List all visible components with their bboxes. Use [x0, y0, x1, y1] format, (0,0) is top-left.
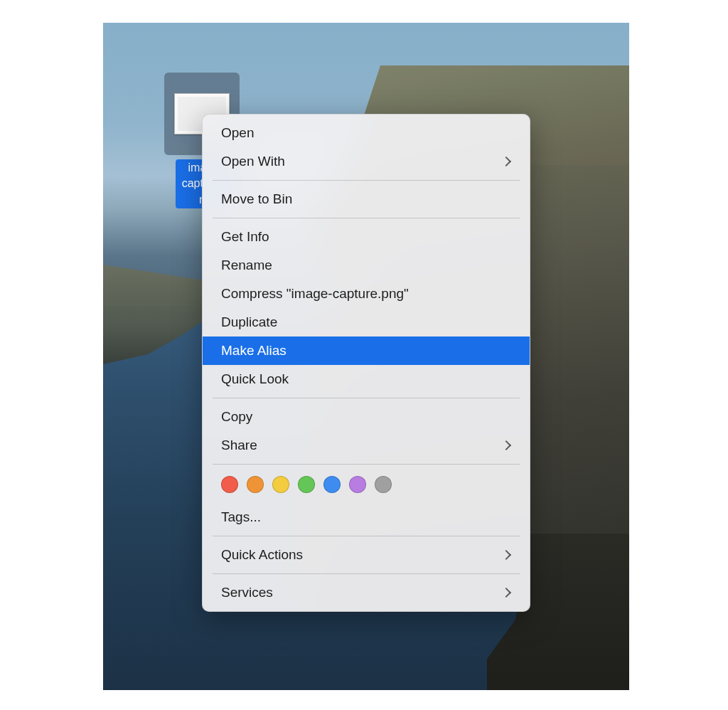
chevron-right-icon [501, 157, 511, 166]
menu-item-duplicate[interactable]: Duplicate [203, 308, 530, 337]
tag-orange[interactable] [247, 476, 264, 493]
tag-gray[interactable] [375, 476, 392, 493]
menu-label: Services [221, 585, 273, 600]
menu-item-copy[interactable]: Copy [203, 403, 530, 431]
menu-separator [213, 536, 520, 536]
menu-item-get-info[interactable]: Get Info [203, 223, 530, 251]
menu-label: Open With [221, 154, 285, 169]
menu-item-compress[interactable]: Compress "image-capture.png" [203, 280, 530, 308]
menu-item-share[interactable]: Share [203, 431, 530, 460]
menu-label: Duplicate [221, 314, 277, 330]
desktop-wallpaper: image-capture.png Open Open With Move to… [103, 23, 629, 690]
chevron-right-icon [501, 440, 511, 450]
chevron-right-icon [501, 588, 511, 598]
menu-label: Tags... [221, 509, 261, 525]
menu-item-make-alias[interactable]: Make Alias [203, 337, 530, 365]
menu-separator [213, 573, 520, 574]
menu-separator [213, 218, 520, 218]
menu-label: Compress "image-capture.png" [221, 286, 409, 302]
menu-item-open-with[interactable]: Open With [203, 147, 530, 176]
tag-red[interactable] [221, 476, 238, 493]
tag-yellow[interactable] [272, 476, 289, 493]
tag-purple[interactable] [349, 476, 366, 493]
menu-separator [213, 180, 520, 181]
menu-item-tags[interactable]: Tags... [203, 503, 530, 531]
menu-item-open[interactable]: Open [203, 119, 530, 147]
menu-item-rename[interactable]: Rename [203, 251, 530, 280]
menu-label: Quick Actions [221, 547, 303, 563]
menu-label: Rename [221, 258, 272, 273]
menu-label: Get Info [221, 229, 269, 245]
menu-label: Quick Look [221, 371, 289, 387]
menu-separator [213, 464, 520, 465]
menu-item-quick-look[interactable]: Quick Look [203, 365, 530, 393]
menu-item-quick-actions[interactable]: Quick Actions [203, 541, 530, 569]
context-menu: Open Open With Move to Bin Get Info Rena… [202, 114, 530, 612]
chevron-right-icon [501, 550, 511, 560]
tag-color-row [203, 469, 530, 503]
tag-green[interactable] [298, 476, 315, 493]
menu-separator [213, 398, 520, 398]
menu-label: Copy [221, 409, 252, 425]
menu-item-move-to-bin[interactable]: Move to Bin [203, 185, 530, 213]
menu-label: Move to Bin [221, 191, 292, 207]
menu-label: Make Alias [221, 343, 287, 359]
menu-label: Open [221, 125, 254, 141]
menu-item-services[interactable]: Services [203, 578, 530, 607]
tag-blue[interactable] [323, 476, 341, 493]
menu-label: Share [221, 438, 257, 453]
